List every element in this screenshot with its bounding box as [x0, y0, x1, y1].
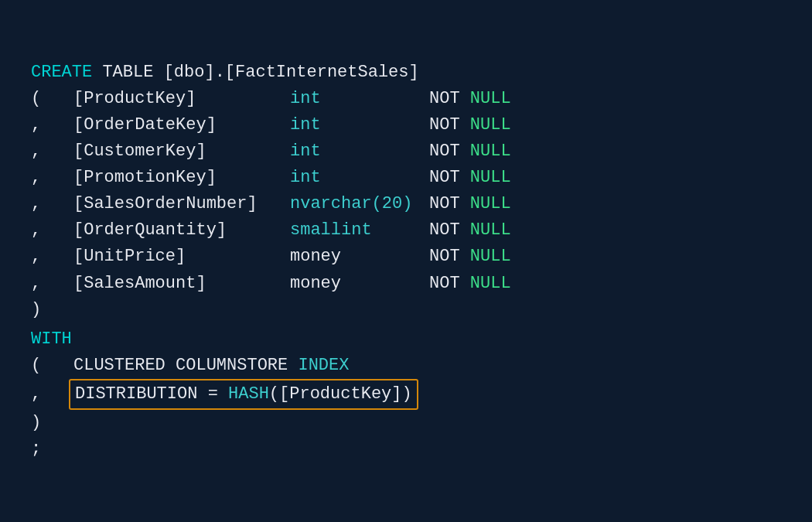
field-prefix-5: ,	[31, 191, 73, 217]
field-name-2: [OrderDateKey]	[73, 112, 290, 138]
null-kw-1: NULL	[470, 86, 511, 112]
field-line-4: , [PromotionKey] int NOT NULL	[31, 165, 781, 191]
dist-prefix: ,	[31, 381, 73, 408]
field-prefix-1: (	[31, 86, 73, 112]
field-name-8: [SalesAmount]	[73, 271, 290, 297]
field-name-5: [SalesOrderNumber]	[73, 191, 290, 217]
clustered-columnstore: CLUSTERED COLUMNSTORE	[73, 353, 298, 379]
field-prefix-7: ,	[31, 244, 73, 270]
field-name-3: [CustomerKey]	[73, 138, 290, 165]
field-line-2: , [OrderDateKey] int NOT NULL	[31, 112, 781, 138]
field-type-5: nvarchar(20)	[290, 191, 429, 217]
not-kw-1: NOT	[429, 86, 470, 112]
field-name-1: [ProductKey]	[73, 86, 290, 112]
field-prefix-8: ,	[31, 271, 73, 297]
field-line-7: , [UnitPrice] money NOT NULL	[31, 244, 781, 270]
with-line: WITH	[31, 326, 781, 353]
field-prefix-4: ,	[31, 165, 73, 191]
null-kw-6: NULL	[470, 217, 511, 244]
with-keyword: WITH	[31, 326, 72, 353]
with-close-paren: )	[31, 410, 41, 436]
hash-arg: ([ProductKey])	[269, 381, 412, 408]
field-prefix-2: ,	[31, 112, 73, 138]
hash-keyword: HASH	[228, 381, 269, 408]
table-name: [dbo].[FactInternetSales]	[164, 60, 419, 86]
create-keyword: CREATE	[31, 60, 92, 86]
distribution-highlighted: DISTRIBUTION = HASH ([ProductKey])	[69, 379, 418, 410]
not-kw-4: NOT	[429, 165, 470, 191]
null-kw-8: NULL	[470, 271, 511, 297]
field-line-3: , [CustomerKey] int NOT NULL	[31, 138, 781, 165]
not-kw-6: NOT	[429, 217, 470, 244]
with-close-line: )	[31, 410, 781, 436]
field-type-3: int	[290, 138, 429, 165]
not-kw-5: NOT	[429, 191, 470, 217]
null-kw-3: NULL	[470, 138, 511, 165]
not-kw-8: NOT	[429, 271, 470, 297]
distribution-line: , DISTRIBUTION = HASH ([ProductKey])	[31, 379, 781, 410]
field-prefix-6: ,	[31, 217, 73, 244]
code-block: CREATE TABLE [dbo].[FactInternetSales] (…	[0, 0, 812, 522]
null-kw-4: NULL	[470, 165, 511, 191]
field-type-4: int	[290, 165, 429, 191]
field-type-2: int	[290, 112, 429, 138]
create-table-line: CREATE TABLE [dbo].[FactInternetSales]	[31, 60, 781, 86]
not-kw-7: NOT	[429, 244, 470, 270]
distribution-text: DISTRIBUTION =	[75, 381, 228, 408]
null-kw-5: NULL	[470, 191, 511, 217]
with-open-line: ( CLUSTERED COLUMNSTORE INDEX	[31, 353, 781, 379]
field-type-8: money	[290, 271, 429, 297]
close-paren-line: )	[31, 297, 781, 323]
not-kw-3: NOT	[429, 138, 470, 165]
index-keyword: INDEX	[298, 353, 349, 379]
field-line-5: , [SalesOrderNumber] nvarchar(20) NOT NU…	[31, 191, 781, 217]
table-keyword: TABLE	[92, 60, 163, 86]
field-type-6: smallint	[290, 217, 429, 244]
with-open-paren: (	[31, 353, 73, 379]
field-line-1: ( [ProductKey] int NOT NULL	[31, 86, 781, 112]
field-name-6: [OrderQuantity]	[73, 217, 290, 244]
semicolon-line: ;	[31, 436, 781, 462]
field-type-1: int	[290, 86, 429, 112]
close-paren: )	[31, 297, 41, 323]
null-kw-7: NULL	[470, 244, 511, 270]
field-name-7: [UnitPrice]	[73, 244, 290, 270]
semicolon: ;	[31, 436, 41, 462]
null-kw-2: NULL	[470, 112, 511, 138]
field-line-8: , [SalesAmount] money NOT NULL	[31, 271, 781, 297]
field-type-7: money	[290, 244, 429, 270]
field-prefix-3: ,	[31, 138, 73, 165]
field-name-4: [PromotionKey]	[73, 165, 290, 191]
not-kw-2: NOT	[429, 112, 470, 138]
field-line-6: , [OrderQuantity] smallint NOT NULL	[31, 217, 781, 244]
